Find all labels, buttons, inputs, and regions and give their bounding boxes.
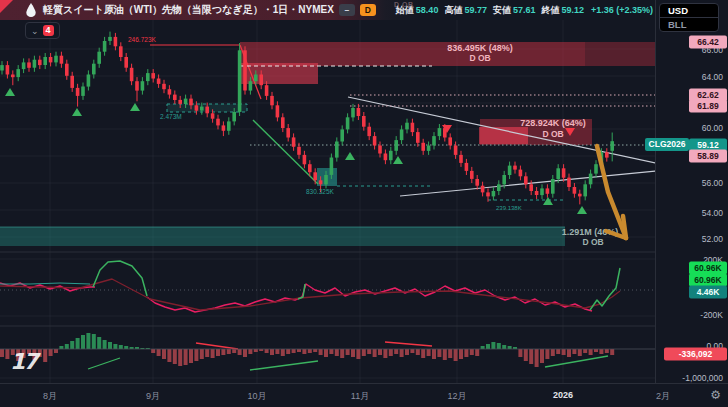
svg-text:830.325K: 830.325K: [306, 188, 334, 195]
compare-minus-badge[interactable]: –: [339, 4, 355, 16]
price-axis[interactable]: USD BLL 66.0064.0060.0056.0054.0052.0020…: [655, 0, 728, 383]
open-value: 58.40: [416, 5, 439, 15]
svg-text:836.495K (48%): 836.495K (48%): [447, 43, 513, 53]
axis-price-label: 64.00: [702, 72, 723, 82]
symbol-header: 軽質スイート原油（WTI）先物（当限つなぎ足）・1日・NYMEX – D D O…: [0, 0, 655, 20]
time-axis-label: 9月: [146, 390, 160, 403]
axis-price-label: 54.00: [702, 208, 723, 218]
time-axis[interactable]: ⚙ 8月9月10月11月12月20262月: [0, 383, 728, 407]
tradingview-corner-logo[interactable]: [0, 0, 13, 13]
contract-label: CLG2026: [645, 138, 689, 151]
daily-interval-badge[interactable]: D: [360, 4, 376, 16]
price-label-pill: 58.89: [689, 150, 727, 163]
time-axis-label: 2026: [553, 390, 573, 400]
svg-text:2.473M: 2.473M: [160, 113, 182, 120]
ohlc-readout: 始値 58.40 高値 59.77 安値 57.61 終値 59.12: [390, 4, 584, 17]
time-axis-label: 8月: [43, 390, 57, 403]
oil-drop-icon: [26, 3, 36, 17]
time-axis-label: 10月: [247, 390, 266, 403]
axis-price-label: 52.00: [702, 234, 723, 244]
price-label-pill: 66.42: [689, 36, 727, 49]
axis-price-label: -1,000,000: [682, 373, 723, 383]
price-label-pill: -336,092: [664, 348, 727, 361]
gear-icon[interactable]: ⚙: [710, 388, 721, 402]
low-value: 57.61: [513, 5, 536, 15]
price-label-pill: 61.89: [689, 100, 727, 113]
unit-button[interactable]: BLL: [660, 18, 718, 31]
svg-text:D OB: D OB: [469, 53, 490, 63]
change-value: +1.36 (+2.35%): [591, 5, 653, 15]
trading-chart-app: 246.723K2.473M830.325K239.138K836.495K (…: [0, 0, 728, 407]
high-value: 59.77: [464, 5, 487, 15]
currency-unit-switch: USD BLL: [659, 3, 719, 32]
svg-text:D OB: D OB: [542, 129, 563, 139]
time-axis-label: 12月: [447, 390, 466, 403]
chart-canvas[interactable]: 246.723K2.473M830.325K239.138K836.495K (…: [0, 0, 655, 383]
close-value: 59.12: [561, 5, 584, 15]
object-tree-widget[interactable]: ⌄ 4: [25, 22, 60, 39]
axis-price-label: 60.00: [702, 123, 723, 133]
chevron-down-icon: ⌄: [31, 26, 39, 36]
clipped-zone-label: D OB: [394, 1, 414, 8]
time-axis-label: 2月: [656, 390, 670, 403]
close-label: 終値: [541, 4, 559, 17]
objects-count-badge: 4: [43, 25, 54, 36]
svg-text:D OB: D OB: [582, 237, 603, 247]
svg-text:728.924K (64%): 728.924K (64%): [520, 118, 586, 128]
tradingview-logo[interactable]: 17: [10, 349, 37, 374]
price-label-pill: 4.46K: [689, 286, 727, 299]
svg-text:246.723K: 246.723K: [128, 36, 156, 43]
low-label: 安値: [493, 4, 511, 17]
axis-price-label: -200K: [700, 310, 723, 320]
time-axis-label: 11月: [351, 390, 369, 403]
axis-price-label: 56.00: [702, 178, 723, 188]
currency-button[interactable]: USD: [660, 4, 718, 18]
symbol-title[interactable]: 軽質スイート原油（WTI）先物（当限つなぎ足）・1日・NYMEX: [43, 3, 334, 17]
high-label: 高値: [444, 4, 462, 17]
svg-text:239.138K: 239.138K: [496, 205, 522, 211]
